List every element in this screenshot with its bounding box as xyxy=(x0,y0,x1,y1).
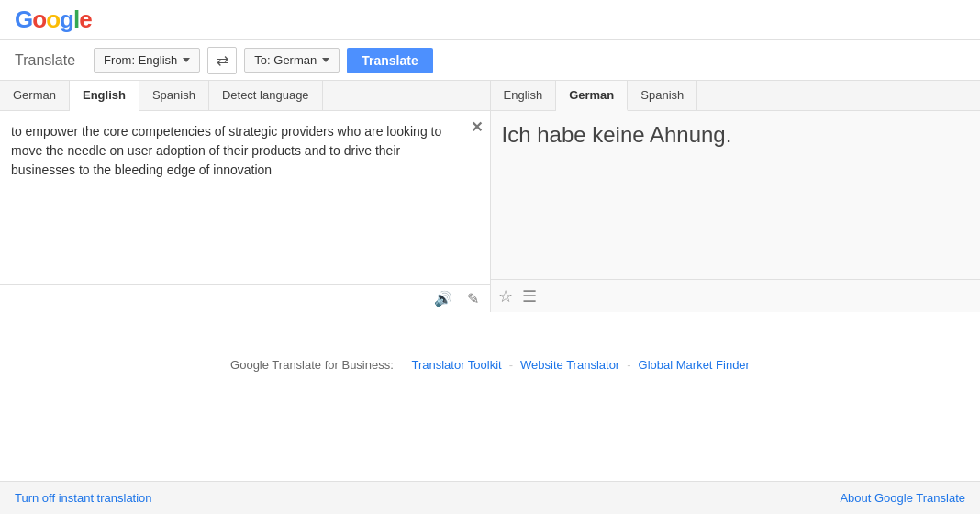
handwriting-button[interactable]: ✎ xyxy=(463,288,483,309)
business-footer: Google Translate for Business: Translato… xyxy=(0,340,980,390)
from-language-label: From: English xyxy=(104,53,177,67)
header: Google xyxy=(0,0,980,40)
business-footer-label: Google Translate for Business: xyxy=(230,358,394,372)
source-panel: German English Spanish Detect language ✕… xyxy=(0,81,491,312)
translate-label: Translate xyxy=(15,52,75,69)
website-translator-link[interactable]: Website Translator xyxy=(520,358,619,372)
about-google-translate-link[interactable]: About Google Translate xyxy=(840,491,965,505)
toolbar: Translate From: English ⇄ To: German Tra… xyxy=(0,40,980,81)
clear-input-button[interactable]: ✕ xyxy=(471,118,483,136)
separator-2: - xyxy=(509,358,513,372)
google-logo: Google xyxy=(15,6,92,34)
source-lang-tabs: German English Spanish Detect language xyxy=(0,81,490,111)
main-area: German English Spanish Detect language ✕… xyxy=(0,81,980,312)
source-toolbar: 🔊 ✎ xyxy=(0,284,490,313)
source-input[interactable] xyxy=(0,111,490,281)
target-panel: English German Spanish Ich habe keine Ah… xyxy=(491,81,981,312)
translation-output: Ich habe keine Ahnung. xyxy=(491,111,981,279)
global-market-finder-link[interactable]: Global Market Finder xyxy=(639,358,750,372)
logo-letter-g2: g xyxy=(60,6,73,34)
separator-1 xyxy=(401,358,405,372)
logo-letter-g: G xyxy=(15,6,32,34)
turn-off-instant-translation-link[interactable]: Turn off instant translation xyxy=(15,491,152,505)
star-icon[interactable]: ☆ xyxy=(498,286,513,307)
to-language-select[interactable]: To: German xyxy=(244,48,340,73)
list-icon[interactable]: ☰ xyxy=(522,286,537,307)
logo-letter-o1: o xyxy=(32,6,46,34)
target-tab-german[interactable]: German xyxy=(556,81,628,111)
target-tab-spanish[interactable]: Spanish xyxy=(628,81,697,110)
source-tab-english[interactable]: English xyxy=(70,81,139,111)
logo-letter-e: e xyxy=(79,6,91,34)
to-language-chevron-down-icon xyxy=(322,58,329,62)
bottom-bar: Turn off instant translation About Googl… xyxy=(0,481,980,514)
translate-button[interactable]: Translate xyxy=(347,48,432,73)
to-language-label: To: German xyxy=(254,53,317,67)
source-tab-german[interactable]: German xyxy=(0,81,70,110)
target-tab-english[interactable]: English xyxy=(491,81,557,110)
from-language-select[interactable]: From: English xyxy=(94,48,200,73)
swap-languages-button[interactable]: ⇄ xyxy=(207,47,237,74)
listen-button[interactable]: 🔊 xyxy=(430,288,456,309)
source-tab-spanish[interactable]: Spanish xyxy=(139,81,209,110)
target-toolbar: ☆ ☰ xyxy=(491,279,981,312)
from-language-chevron-down-icon xyxy=(183,58,190,62)
target-lang-tabs: English German Spanish xyxy=(491,81,981,111)
source-textarea-wrapper: ✕ xyxy=(0,111,490,284)
translator-toolkit-link[interactable]: Translator Toolkit xyxy=(411,358,501,372)
separator-3: - xyxy=(627,358,630,372)
logo-letter-o2: o xyxy=(46,6,60,34)
source-tab-detect[interactable]: Detect language xyxy=(209,81,323,110)
